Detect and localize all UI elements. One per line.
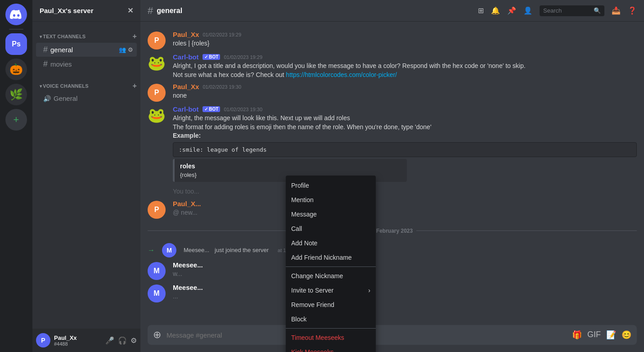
settings-icon[interactable]: ⚙: [128, 46, 133, 53]
emoji-icon[interactable]: 😊: [621, 330, 631, 340]
channel-item-movies[interactable]: # movies: [36, 57, 137, 71]
message-username[interactable]: Paul_X...: [173, 200, 201, 208]
context-menu-item-block[interactable]: Block: [286, 312, 376, 326]
message-text: none: [173, 91, 637, 100]
add-text-channel-button[interactable]: +: [132, 32, 137, 41]
username: Paul_Xx: [54, 334, 102, 341]
context-item-label-add-note: Add Note: [291, 239, 317, 247]
message-username[interactable]: Paul_Xx: [173, 31, 199, 38]
user-icon[interactable]: 👥: [119, 46, 126, 53]
context-menu: Profile Mention Message Call Add Note Ad…: [286, 176, 376, 352]
message-group-partial: You too...: [140, 185, 644, 198]
message-username[interactable]: Meesee...: [173, 284, 203, 291]
message-group: P Paul_Xx 01/02/2023 19:29 roles | {role…: [140, 29, 644, 51]
members-icon[interactable]: 👤: [523, 6, 532, 15]
context-item-label-timeout: Timeout Meeseeks: [291, 334, 344, 341]
message-timestamp: 01/02/2023 19:29: [203, 32, 241, 37]
inbox-icon[interactable]: 📥: [612, 6, 621, 15]
context-divider: [286, 266, 376, 267]
help-icon[interactable]: ❓: [628, 6, 637, 15]
context-menu-item-remove-friend[interactable]: Remove Friend: [286, 298, 376, 312]
hash-icon: #: [43, 59, 48, 69]
message-group: 🐸 Carl-bot ✓ BOT 01/02/2023 19:30 Alrigh…: [140, 104, 644, 185]
avatar-initial: P: [41, 337, 45, 344]
avatar-meeseeks-msg: M: [148, 262, 166, 280]
user-info: Paul_Xx #4488: [54, 334, 102, 347]
message-group: 🐸 Carl-bot ✓ BOT 01/02/2023 19:29 Alrigh…: [140, 51, 644, 81]
date-divider-text: 2 February 2023: [372, 228, 413, 234]
embed-title: roles: [180, 162, 401, 170]
context-menu-item-timeout[interactable]: Timeout Meeseeks: [286, 330, 376, 345]
gif-icon[interactable]: GIF: [587, 330, 601, 340]
user-bar-icons: 🎤 🎧 ⚙: [105, 336, 137, 345]
pin-icon[interactable]: 📌: [507, 6, 516, 15]
bot-badge: ✓ BOT: [203, 106, 221, 112]
context-item-label-block: Block: [291, 316, 306, 323]
message-content: Meesee... ...: [173, 284, 637, 302]
join-username[interactable]: Meesee...: [184, 247, 209, 253]
color-picker-link[interactable]: https://htmlcolorcodes.com/color-picker/: [286, 71, 397, 78]
server-icon-ps[interactable]: Ps: [5, 33, 27, 55]
avatar: P: [148, 32, 166, 50]
message-content: Carl-bot ✓ BOT 01/02/2023 19:29 Alright,…: [173, 53, 637, 79]
chevron-down-icon: ✕: [127, 6, 133, 15]
server-icon-bot1[interactable]: 🎃: [5, 59, 27, 80]
message-group-meeseeks2: M Meesee... ...: [140, 282, 644, 304]
date-divider: 2 February 2023: [148, 228, 637, 234]
message-username[interactable]: Carl-bot: [173, 105, 199, 113]
search-bar[interactable]: Search 🔍: [540, 5, 604, 16]
context-menu-item-add-note[interactable]: Add Note: [286, 236, 376, 250]
speaker-icon: 🔊: [43, 95, 51, 102]
headphone-icon[interactable]: 🎧: [118, 336, 127, 345]
add-server-button[interactable]: +: [5, 109, 27, 131]
avatar-meeseeks: M: [162, 243, 176, 257]
category-arrow-icon-voice: ▾: [40, 84, 42, 89]
message-group-meeseeks: M Meesee... w...: [140, 259, 644, 282]
join-arrow-icon: →: [148, 246, 155, 254]
message-header: Meesee...: [173, 261, 637, 269]
context-menu-item-add-friend-nickname[interactable]: Add Friend Nickname: [286, 250, 376, 265]
add-voice-channel-button[interactable]: +: [132, 82, 137, 90]
main-area: # general ⊞ 🔔 📌 👤 Search 🔍 📥 ❓ P Paul_Xx…: [140, 0, 644, 352]
notifications-icon[interactable]: 🔔: [491, 6, 500, 15]
avatar-meeseeks2: M: [148, 284, 166, 302]
server-name-bar[interactable]: Paul_Xx's server ✕: [32, 0, 140, 22]
settings-icon[interactable]: ⚙: [131, 336, 137, 345]
message-content: Paul_X... @ new...: [173, 200, 637, 219]
context-item-label-message: Message: [291, 211, 317, 218]
sticker-icon[interactable]: 📝: [606, 330, 616, 340]
context-menu-item-message[interactable]: Message: [286, 207, 376, 221]
context-menu-item-invite-to-server[interactable]: Invite to Server ›: [286, 283, 376, 298]
microphone-icon[interactable]: 🎤: [105, 336, 114, 345]
server-icon-bot2[interactable]: 🌿: [5, 84, 27, 105]
discord-home-button[interactable]: [5, 4, 27, 25]
search-text: Search: [543, 7, 592, 14]
message-header: Paul_Xx 01/02/2023 19:29: [173, 31, 637, 38]
code-block: :smile: league of legends: [173, 142, 637, 157]
message-header: Meesee...: [173, 284, 637, 291]
message-username[interactable]: Meesee...: [173, 261, 203, 269]
current-user-avatar: P: [36, 333, 50, 347]
message-content: Paul_Xx 01/02/2023 19:30 none: [173, 83, 637, 102]
join-message: → M Meesee... just joined the server at …: [140, 241, 644, 259]
text-channels-category[interactable]: ▾ TeXT CHANNELS +: [32, 25, 140, 42]
context-menu-item-kick[interactable]: Kick Meeseeks: [286, 345, 376, 352]
voice-channels-category[interactable]: ▾ VOICE CHANNELS +: [32, 75, 140, 92]
server-divider: [9, 29, 23, 30]
channel-item-general-voice[interactable]: 🔊 General: [36, 92, 137, 104]
channel-item-general[interactable]: # general 👥 ⚙: [36, 43, 137, 57]
context-menu-item-mention[interactable]: Mention: [286, 193, 376, 207]
add-attachment-button[interactable]: ⊕: [153, 329, 161, 341]
context-item-label-invite-to-server: Invite to Server: [291, 287, 333, 294]
message-username[interactable]: Paul_Xx: [173, 83, 199, 90]
avatar: P: [148, 201, 166, 219]
message-username[interactable]: Carl-bot: [173, 53, 199, 61]
context-menu-item-call[interactable]: Call: [286, 221, 376, 236]
context-menu-item-change-nickname[interactable]: Change Nickname: [286, 269, 376, 283]
channel-sidebar: Paul_Xx's server ✕ ▾ TeXT CHANNELS + # g…: [32, 0, 140, 352]
context-menu-item-profile[interactable]: Profile: [286, 178, 376, 193]
message-header: Paul_Xx 01/02/2023 19:30: [173, 83, 637, 90]
context-item-label-profile: Profile: [291, 182, 309, 189]
gift-icon[interactable]: 🎁: [572, 330, 582, 340]
threads-icon[interactable]: ⊞: [478, 6, 484, 15]
